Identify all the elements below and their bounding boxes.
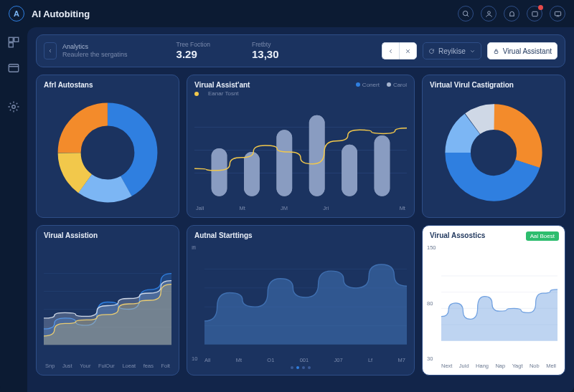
nav-segment — [382, 42, 417, 59]
bell-icon[interactable] — [504, 6, 519, 21]
assistant-label: Virual Assistant — [503, 47, 552, 55]
card-donut-2-title: Virtual Virul Castigration — [430, 81, 557, 89]
breadcrumb: Analytics Reaulere the sergatins — [44, 42, 128, 59]
assistant-button[interactable]: Virual Assistant — [487, 42, 557, 59]
area-chart-2 — [204, 239, 407, 355]
user-icon[interactable] — [481, 6, 497, 21]
area-chart-3 — [441, 239, 557, 361]
rail-item-dashboard[interactable] — [7, 36, 20, 49]
donut-chart-2 — [430, 89, 557, 216]
svg-rect-26 — [276, 130, 292, 196]
svg-rect-28 — [309, 115, 325, 196]
card-area-2-title: Autnal Starttings — [194, 231, 407, 239]
svg-rect-5 — [9, 37, 13, 42]
rail-item-settings[interactable] — [7, 100, 20, 113]
svg-rect-30 — [342, 145, 357, 196]
svg-point-10 — [12, 105, 16, 109]
card-bars-title: Virual Assist'ant — [194, 81, 250, 89]
breadcrumb-title: Analytics — [62, 43, 128, 51]
area3-xaxis: NextJuidHangNapYagtNobMell — [430, 361, 557, 369]
card-area-2: Autnal Starttings Ifi10 AllMtO1001J07LfM… — [187, 225, 415, 376]
chevron-down-icon — [469, 48, 476, 54]
svg-rect-22 — [212, 148, 227, 196]
app-title: AI Autobiting — [32, 9, 90, 19]
card-area-1: Virual Assistion SnpJustYourFulOurLoeatf… — [36, 225, 179, 376]
pager-dots[interactable] — [194, 366, 407, 369]
card-donut-1-title: Afrl Autostans — [44, 81, 171, 89]
nav-close-button[interactable] — [399, 42, 417, 59]
refresh-button[interactable]: Reyikise — [423, 42, 481, 59]
metric-1: Tree Foction 3.29 — [177, 41, 210, 61]
chat-icon[interactable] — [550, 6, 565, 21]
metric-1-label: Tree Foction — [177, 41, 210, 48]
breadcrumb-subtitle: Reaulere the sergatins — [62, 51, 128, 59]
card-bars-legend: Conert Carol — [356, 82, 407, 88]
svg-rect-8 — [9, 64, 19, 72]
svg-point-2 — [487, 11, 490, 14]
notification-icon[interactable] — [527, 6, 542, 21]
svg-point-0 — [463, 11, 467, 15]
top-bar: A AI Autobiting — [0, 0, 574, 27]
svg-rect-6 — [14, 37, 19, 42]
metric-2-value: 13,30 — [252, 48, 279, 61]
card-area-1-title: Virual Assistion — [44, 231, 171, 239]
badge-boost[interactable]: Aal Boest — [526, 231, 559, 241]
svg-line-1 — [466, 14, 468, 16]
metric-1-value: 3.29 — [177, 48, 210, 61]
svg-rect-24 — [244, 152, 260, 196]
area-chart-1 — [44, 239, 171, 361]
area1-xaxis: SnpJustYourFulOurLoeatfeasFolt — [44, 361, 171, 369]
metric-2-label: Fretbty — [252, 41, 279, 48]
main-area: Analytics Reaulere the sergatins Tree Fo… — [27, 27, 574, 392]
breadcrumb-back[interactable] — [44, 42, 57, 59]
svg-rect-3 — [532, 11, 537, 16]
svg-rect-7 — [9, 43, 13, 47]
bars-xaxis: JallMtJMJriMt — [194, 204, 407, 211]
card-donut-1: Afrl Autostans — [36, 75, 179, 218]
svg-rect-32 — [375, 135, 390, 196]
area2-xaxis: AllMtO1001J07LfM7 — [194, 355, 407, 363]
header-box: Analytics Reaulere the sergatins Tree Fo… — [36, 34, 565, 67]
left-rail — [0, 27, 27, 392]
rail-item-window[interactable] — [7, 62, 20, 75]
card-area-3: Virual Assostics Aal Boest 1508030 NextJ… — [422, 225, 565, 376]
metric-2: Fretbty 13,30 — [252, 41, 279, 61]
refresh-label: Reyikise — [438, 47, 466, 55]
donut-chart-1 — [44, 89, 171, 216]
nav-back-button[interactable] — [382, 42, 399, 59]
series-label: Eanar Tosnt — [208, 90, 239, 97]
lock-icon — [493, 48, 499, 54]
app-logo: A — [9, 6, 24, 21]
search-icon[interactable] — [458, 6, 474, 21]
card-donut-2: Virtual Virul Castigration — [422, 75, 565, 218]
dashboard-grid: Afrl Autostans Virual Assist'ant Conert — [36, 75, 565, 376]
area3-yaxis: 1508030 — [427, 244, 436, 362]
area2-yaxis: Ifi10 — [192, 244, 197, 362]
bar-chart — [194, 97, 407, 204]
svg-rect-13 — [494, 51, 498, 53]
svg-rect-4 — [555, 11, 560, 15]
card-bars: Virual Assist'ant Conert Carol Eanar Tos… — [187, 75, 415, 218]
